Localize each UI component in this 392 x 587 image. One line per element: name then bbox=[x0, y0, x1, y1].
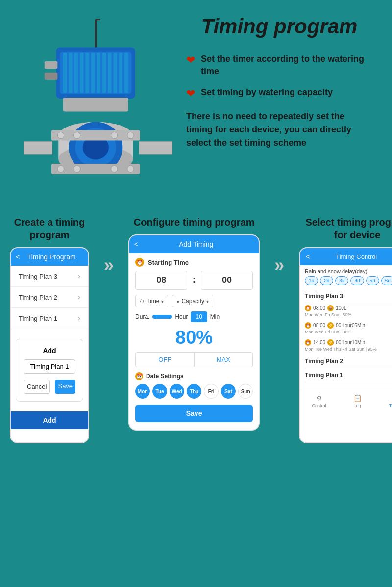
starting-time-row: ⏰ Starting Time bbox=[135, 258, 253, 267]
off-button[interactable]: OFF bbox=[136, 353, 195, 367]
day-filter-6d[interactable]: 6d bbox=[381, 276, 392, 285]
time-row: 08 : 00 bbox=[135, 271, 253, 290]
svg-rect-12 bbox=[108, 53, 112, 93]
svg-rect-10 bbox=[97, 53, 100, 93]
phone1-add-button[interactable]: Add bbox=[11, 411, 88, 429]
chevron-icon: › bbox=[78, 314, 80, 323]
minute-box[interactable]: 00 bbox=[201, 271, 253, 290]
svg-rect-38 bbox=[139, 141, 172, 154]
tab-timing[interactable]: ☰ Timing bbox=[376, 394, 392, 408]
day-sat[interactable]: Sat bbox=[221, 384, 236, 399]
day-sun[interactable]: Sun bbox=[238, 384, 253, 399]
save-button[interactable]: Save bbox=[55, 380, 75, 394]
svg-rect-8 bbox=[85, 53, 89, 93]
phone2-label: Configure timing program bbox=[134, 216, 255, 229]
modal-buttons: Cancel Save bbox=[24, 380, 75, 394]
svg-rect-17 bbox=[45, 73, 58, 80]
timing-sub-2: Mon Wed Fri Sun | 80% bbox=[305, 330, 392, 334]
time-label: Time bbox=[147, 298, 159, 305]
phone2-back[interactable]: < bbox=[134, 240, 138, 248]
phone3-label: Select timing program for device bbox=[299, 216, 392, 241]
plan3-label: Timing Plan 3 bbox=[305, 293, 343, 300]
dropdown-arrow-icon: ▾ bbox=[161, 299, 164, 304]
cancel-button[interactable]: Cancel bbox=[24, 380, 50, 394]
hour-box[interactable]: 08 bbox=[135, 271, 187, 290]
day-thu[interactable]: Thu bbox=[187, 384, 201, 399]
list-item[interactable]: Timing Plan 1 › bbox=[11, 308, 88, 329]
top-section: Timing program ❤ Set the timer according… bbox=[0, 0, 392, 211]
dura-row: Dura. Hour 10 Min bbox=[135, 311, 253, 322]
svg-point-29 bbox=[127, 132, 134, 138]
heart-icon-1: ❤ bbox=[186, 54, 195, 67]
dropdown-arrow2-icon: ▾ bbox=[206, 299, 209, 304]
phone1-back[interactable]: < bbox=[16, 253, 20, 261]
phone3-header: < Timing Control ↻ bbox=[300, 248, 392, 265]
day-filter-4d[interactable]: 4d bbox=[350, 276, 364, 285]
svg-rect-7 bbox=[80, 53, 84, 93]
day-tue[interactable]: Tue bbox=[152, 384, 167, 399]
next-arrow-icon: » bbox=[104, 255, 114, 276]
plan2-label: Timing Plan 2 bbox=[305, 358, 343, 365]
max-button[interactable]: MAX bbox=[195, 353, 253, 367]
day-wed[interactable]: Wed bbox=[170, 384, 184, 399]
timing-line-2: ⏰ 08:00 ⏱ 00Hour05Min bbox=[305, 322, 392, 329]
phone1-header: < Timing Program bbox=[11, 248, 88, 266]
day-filter-row: 1d 2d 3d 4d 5d 6d 7d bbox=[305, 276, 392, 285]
day-fri[interactable]: Fri bbox=[204, 384, 219, 399]
svg-rect-15 bbox=[124, 53, 128, 93]
day-mon[interactable]: Mon bbox=[135, 384, 150, 399]
detail-icon-2: ⏱ bbox=[327, 322, 334, 329]
plan2-row: Timing Plan 2 OFF bbox=[305, 355, 392, 368]
phone3-footer: ⚙ Control 📋 Log ☰ Timing bbox=[300, 390, 392, 412]
chevron-icon: › bbox=[78, 293, 80, 302]
plan-name-input[interactable] bbox=[24, 359, 75, 374]
day-filter-2d[interactable]: 2d bbox=[320, 276, 333, 285]
plan1-label: Timing Plan 1 bbox=[305, 372, 343, 379]
svg-point-34 bbox=[127, 166, 134, 172]
phone2-title: Add Timing bbox=[179, 240, 213, 248]
bullet-item-2: ❤ Set timing by watering capacity bbox=[186, 86, 372, 100]
modal-title: Add bbox=[24, 347, 75, 355]
date-icon: 📅 bbox=[135, 372, 143, 380]
arrow-divider-1: » bbox=[97, 255, 121, 276]
svg-rect-5 bbox=[69, 53, 73, 93]
list-item[interactable]: Timing Plan 3 › bbox=[11, 266, 88, 287]
tab-log[interactable]: 📋 Log bbox=[338, 394, 376, 408]
day-filter-5d[interactable]: 5d bbox=[366, 276, 379, 285]
list-item[interactable]: Timing Plan 2 › bbox=[11, 287, 88, 308]
time-sel-icon: ⏱ bbox=[140, 299, 145, 304]
plan2-name: Timing Plan 2 bbox=[19, 294, 57, 301]
svg-point-33 bbox=[111, 166, 118, 172]
day-filter-3d[interactable]: 3d bbox=[335, 276, 348, 285]
day-filter-1d[interactable]: 1d bbox=[305, 276, 318, 285]
phone3-back[interactable]: < bbox=[306, 253, 310, 261]
svg-rect-4 bbox=[63, 53, 67, 93]
dura-val-box bbox=[152, 315, 172, 319]
save-button[interactable]: Save bbox=[135, 405, 253, 422]
capacity-label: Capacity bbox=[181, 298, 204, 305]
timing-detail-1: ⏰ 08:00 📦 100L Mon Wed Fri Sun | 60% bbox=[305, 303, 392, 320]
phone-columns: Create a timing program < Timing Program… bbox=[10, 216, 382, 443]
phone3-frame: < Timing Control ↻ Rain and snow delay(d… bbox=[299, 247, 392, 443]
detail-3: 00Hour10Min bbox=[336, 340, 365, 345]
bullet-text-1: Set the timer according to the watering … bbox=[201, 53, 372, 77]
clock-icon-2: ⏰ bbox=[305, 322, 311, 329]
min-label: Min bbox=[210, 313, 220, 320]
svg-rect-6 bbox=[74, 53, 78, 93]
svg-rect-11 bbox=[102, 53, 106, 93]
timing-detail-2: ⏰ 08:00 ⏱ 00Hour05Min Mon Wed Fri Sun | … bbox=[305, 320, 392, 337]
tab-control[interactable]: ⚙ Control bbox=[300, 394, 338, 408]
detail-icon-1: 📦 bbox=[327, 305, 334, 311]
bottom-section: Create a timing program < Timing Program… bbox=[0, 211, 392, 458]
selector-row: ⏱ Time ▾ ● Capacity ▾ bbox=[135, 295, 253, 307]
svg-point-32 bbox=[74, 166, 80, 172]
timing-tab-label: Timing bbox=[389, 403, 392, 408]
log-icon: 📋 bbox=[353, 394, 362, 402]
day-selector: Mon Tue Wed Thu Fri Sat Sun bbox=[135, 384, 253, 399]
time-selector[interactable]: ⏱ Time ▾ bbox=[135, 295, 168, 307]
timing-line-1: ⏰ 08:00 📦 100L bbox=[305, 305, 392, 311]
phone3-title: Timing Control bbox=[336, 253, 377, 260]
capacity-selector[interactable]: ● Capacity ▾ bbox=[172, 295, 213, 307]
plan1-row: Timing Plan 1 OFF bbox=[305, 368, 392, 382]
phone2-column: Configure timing program < Add Timing ⏰ … bbox=[128, 216, 260, 431]
